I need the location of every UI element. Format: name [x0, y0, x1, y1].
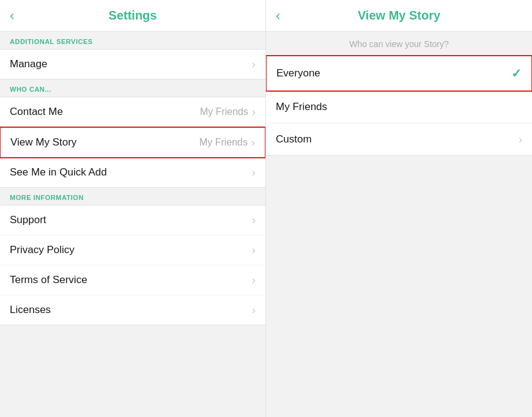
- quick-add-label: See Me in Quick Add: [10, 166, 107, 179]
- my-friends-option[interactable]: My Friends: [266, 91, 532, 124]
- licenses-chevron-icon: ›: [252, 304, 256, 316]
- manage-item[interactable]: Manage ›: [0, 50, 265, 79]
- view-my-story-label: View My Story: [10, 136, 76, 149]
- privacy-policy-right: ›: [252, 245, 256, 256]
- view-my-story-subtitle: Who can view your Story?: [266, 32, 532, 55]
- support-label: Support: [10, 214, 46, 226]
- support-item[interactable]: Support ›: [0, 205, 265, 235]
- everyone-option[interactable]: Everyone ✓: [266, 55, 532, 92]
- licenses-right: ›: [252, 304, 256, 316]
- contact-me-chevron-icon: ›: [252, 106, 256, 117]
- settings-back-button[interactable]: ‹: [10, 9, 14, 23]
- contact-me-label: Contact Me: [10, 106, 63, 118]
- more-information-header: MORE INFORMATION: [0, 188, 265, 205]
- additional-services-section: ADDITIONAL SERVICES Manage ›: [0, 32, 265, 79]
- more-information-section: MORE INFORMATION Support › Privacy Polic…: [0, 188, 265, 325]
- quick-add-right: ›: [252, 167, 256, 178]
- additional-services-list: Manage ›: [0, 49, 265, 79]
- privacy-policy-label: Privacy Policy: [10, 244, 75, 256]
- licenses-label: Licenses: [10, 304, 51, 316]
- settings-header: ‹ Settings: [0, 0, 265, 32]
- more-information-list: Support › Privacy Policy › Terms of Serv…: [0, 205, 265, 325]
- terms-of-service-chevron-icon: ›: [252, 275, 256, 286]
- contact-me-value: My Friends: [200, 106, 248, 117]
- privacy-policy-item[interactable]: Privacy Policy ›: [0, 235, 265, 265]
- settings-panel: ‹ Settings ADDITIONAL SERVICES Manage › …: [0, 0, 266, 417]
- terms-of-service-label: Terms of Service: [10, 274, 87, 286]
- view-my-story-item[interactable]: View My Story My Friends ›: [0, 127, 266, 158]
- view-my-story-right: My Friends ›: [199, 137, 255, 148]
- contact-me-right: My Friends ›: [200, 106, 256, 117]
- quick-add-item[interactable]: See Me in Quick Add ›: [0, 158, 265, 187]
- my-friends-label: My Friends: [276, 101, 327, 113]
- manage-chevron-icon: ›: [252, 59, 256, 70]
- support-chevron-icon: ›: [252, 215, 256, 226]
- custom-label: Custom: [276, 133, 312, 146]
- manage-label: Manage: [10, 58, 47, 70]
- support-right: ›: [252, 215, 256, 226]
- everyone-label: Everyone: [276, 67, 320, 79]
- who-can-header: WHO CAN...: [0, 79, 265, 97]
- terms-of-service-right: ›: [252, 275, 256, 286]
- view-my-story-chevron-icon: ›: [251, 137, 255, 148]
- who-can-list: Contact Me My Friends › View My Story My…: [0, 97, 265, 188]
- privacy-policy-chevron-icon: ›: [252, 245, 256, 256]
- additional-services-header: ADDITIONAL SERVICES: [0, 32, 265, 49]
- everyone-check-icon: ✓: [511, 66, 522, 81]
- contact-me-item[interactable]: Contact Me My Friends ›: [0, 97, 265, 127]
- view-my-story-back-button[interactable]: ‹: [276, 9, 280, 23]
- settings-title: Settings: [109, 9, 157, 23]
- terms-of-service-item[interactable]: Terms of Service ›: [0, 265, 265, 295]
- custom-option[interactable]: Custom ›: [266, 124, 532, 155]
- licenses-item[interactable]: Licenses ›: [0, 295, 265, 325]
- story-options-list: Everyone ✓ My Friends Custom ›: [266, 55, 532, 156]
- manage-right: ›: [252, 59, 256, 70]
- custom-chevron-icon: ›: [519, 134, 522, 145]
- view-my-story-header: ‹ View My Story: [266, 0, 532, 32]
- view-my-story-title: View My Story: [358, 9, 440, 23]
- who-can-section: WHO CAN... Contact Me My Friends › View …: [0, 79, 265, 188]
- view-my-story-value: My Friends: [199, 137, 248, 148]
- view-my-story-panel: ‹ View My Story Who can view your Story?…: [266, 0, 532, 417]
- quick-add-chevron-icon: ›: [252, 167, 256, 178]
